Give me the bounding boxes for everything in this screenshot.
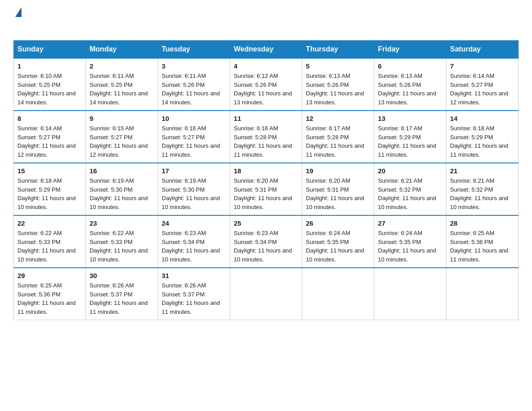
calendar-cell: 11Sunrise: 6:16 AMSunset: 5:28 PMDayligh… <box>230 111 302 163</box>
calendar-cell: 9Sunrise: 6:15 AMSunset: 5:27 PMDaylight… <box>86 111 158 163</box>
day-info: Sunrise: 6:12 AMSunset: 5:26 PMDaylight:… <box>234 72 298 107</box>
day-info: Sunrise: 6:21 AMSunset: 5:32 PMDaylight:… <box>450 176 515 211</box>
day-number: 28 <box>450 219 515 227</box>
week-row-4: 22Sunrise: 6:22 AMSunset: 5:33 PMDayligh… <box>14 215 519 268</box>
calendar-cell: 27Sunrise: 6:24 AMSunset: 5:35 PMDayligh… <box>374 215 446 268</box>
day-number: 14 <box>450 115 515 122</box>
day-number: 26 <box>306 219 370 227</box>
calendar-cell: 5Sunrise: 6:13 AMSunset: 5:26 PMDaylight… <box>302 58 374 111</box>
calendar-cell: 31Sunrise: 6:26 AMSunset: 5:37 PMDayligh… <box>158 268 230 320</box>
calendar-cell: 7Sunrise: 6:14 AMSunset: 5:27 PMDaylight… <box>446 58 519 111</box>
calendar-cell: 10Sunrise: 6:16 AMSunset: 5:27 PMDayligh… <box>158 111 230 163</box>
calendar-cell: 17Sunrise: 6:19 AMSunset: 5:30 PMDayligh… <box>158 163 230 215</box>
calendar-cell: 23Sunrise: 6:22 AMSunset: 5:33 PMDayligh… <box>86 215 158 268</box>
week-row-3: 15Sunrise: 6:18 AMSunset: 5:29 PMDayligh… <box>14 163 519 215</box>
calendar-cell: 29Sunrise: 6:25 AMSunset: 5:36 PMDayligh… <box>14 268 86 320</box>
day-number: 10 <box>162 115 226 122</box>
day-number: 22 <box>17 219 82 227</box>
day-info: Sunrise: 6:20 AMSunset: 5:31 PMDaylight:… <box>306 176 370 211</box>
day-info: Sunrise: 6:13 AMSunset: 5:26 PMDaylight:… <box>306 72 370 107</box>
day-number: 25 <box>234 219 298 227</box>
calendar-table: SundayMondayTuesdayWednesdayThursdayFrid… <box>13 40 519 320</box>
day-number: 31 <box>162 272 226 279</box>
logo-blue-row <box>13 17 14 31</box>
header-saturday: Saturday <box>446 41 519 59</box>
day-info: Sunrise: 6:15 AMSunset: 5:27 PMDaylight:… <box>90 124 154 159</box>
calendar-cell: 21Sunrise: 6:21 AMSunset: 5:32 PMDayligh… <box>446 163 519 215</box>
day-number: 12 <box>306 115 370 122</box>
day-number: 30 <box>90 272 154 279</box>
day-number: 1 <box>17 62 82 70</box>
logo-row <box>13 9 21 17</box>
day-number: 19 <box>306 167 370 175</box>
day-info: Sunrise: 6:26 AMSunset: 5:37 PMDaylight:… <box>90 281 154 316</box>
day-info: Sunrise: 6:20 AMSunset: 5:31 PMDaylight:… <box>234 176 298 211</box>
calendar-header-row: SundayMondayTuesdayWednesdayThursdayFrid… <box>14 41 519 59</box>
calendar-cell: 1Sunrise: 6:10 AMSunset: 5:25 PMDaylight… <box>14 58 86 111</box>
day-info: Sunrise: 6:14 AMSunset: 5:27 PMDaylight:… <box>17 124 82 159</box>
day-number: 13 <box>378 115 442 122</box>
day-number: 6 <box>378 62 442 70</box>
calendar-cell: 19Sunrise: 6:20 AMSunset: 5:31 PMDayligh… <box>302 163 374 215</box>
calendar-cell <box>374 268 446 320</box>
calendar-cell: 18Sunrise: 6:20 AMSunset: 5:31 PMDayligh… <box>230 163 302 215</box>
day-info: Sunrise: 6:21 AMSunset: 5:32 PMDaylight:… <box>378 176 442 211</box>
day-number: 23 <box>90 219 154 227</box>
day-info: Sunrise: 6:16 AMSunset: 5:27 PMDaylight:… <box>162 124 226 159</box>
calendar-cell: 16Sunrise: 6:19 AMSunset: 5:30 PMDayligh… <box>86 163 158 215</box>
day-info: Sunrise: 6:22 AMSunset: 5:33 PMDaylight:… <box>90 229 154 264</box>
calendar-cell: 22Sunrise: 6:22 AMSunset: 5:33 PMDayligh… <box>14 215 86 268</box>
day-number: 17 <box>162 167 226 175</box>
day-info: Sunrise: 6:25 AMSunset: 5:36 PMDaylight:… <box>450 229 515 264</box>
day-info: Sunrise: 6:22 AMSunset: 5:33 PMDaylight:… <box>17 229 82 264</box>
day-info: Sunrise: 6:24 AMSunset: 5:35 PMDaylight:… <box>378 229 442 264</box>
day-number: 4 <box>234 62 298 70</box>
day-info: Sunrise: 6:17 AMSunset: 5:29 PMDaylight:… <box>378 124 442 159</box>
day-info: Sunrise: 6:18 AMSunset: 5:29 PMDaylight:… <box>17 176 82 211</box>
day-info: Sunrise: 6:13 AMSunset: 5:26 PMDaylight:… <box>378 72 442 107</box>
day-number: 15 <box>17 167 82 175</box>
header-friday: Friday <box>374 41 446 59</box>
day-number: 27 <box>378 219 442 227</box>
day-number: 8 <box>17 115 82 122</box>
header-wednesday: Wednesday <box>230 41 302 59</box>
week-row-1: 1Sunrise: 6:10 AMSunset: 5:25 PMDaylight… <box>14 58 519 111</box>
calendar-cell: 4Sunrise: 6:12 AMSunset: 5:26 PMDaylight… <box>230 58 302 111</box>
calendar-cell: 24Sunrise: 6:23 AMSunset: 5:34 PMDayligh… <box>158 215 230 268</box>
day-info: Sunrise: 6:18 AMSunset: 5:29 PMDaylight:… <box>450 124 515 159</box>
day-info: Sunrise: 6:26 AMSunset: 5:37 PMDaylight:… <box>162 281 226 316</box>
day-number: 24 <box>162 219 226 227</box>
day-info: Sunrise: 6:14 AMSunset: 5:27 PMDaylight:… <box>450 72 515 107</box>
calendar-cell: 30Sunrise: 6:26 AMSunset: 5:37 PMDayligh… <box>86 268 158 320</box>
calendar-cell: 6Sunrise: 6:13 AMSunset: 5:26 PMDaylight… <box>374 58 446 111</box>
day-info: Sunrise: 6:19 AMSunset: 5:30 PMDaylight:… <box>162 176 226 211</box>
page-header <box>13 9 519 31</box>
calendar-cell: 25Sunrise: 6:23 AMSunset: 5:34 PMDayligh… <box>230 215 302 268</box>
header-thursday: Thursday <box>302 41 374 59</box>
day-info: Sunrise: 6:11 AMSunset: 5:26 PMDaylight:… <box>162 72 226 107</box>
calendar-cell: 13Sunrise: 6:17 AMSunset: 5:29 PMDayligh… <box>374 111 446 163</box>
calendar-cell <box>446 268 519 320</box>
day-number: 2 <box>90 62 154 70</box>
day-number: 20 <box>378 167 442 175</box>
day-info: Sunrise: 6:10 AMSunset: 5:25 PMDaylight:… <box>17 72 82 107</box>
header-tuesday: Tuesday <box>158 41 230 59</box>
day-info: Sunrise: 6:23 AMSunset: 5:34 PMDaylight:… <box>162 229 226 264</box>
logo <box>13 9 21 31</box>
calendar-cell: 8Sunrise: 6:14 AMSunset: 5:27 PMDaylight… <box>14 111 86 163</box>
calendar-cell <box>302 268 374 320</box>
header-monday: Monday <box>86 41 158 59</box>
week-row-2: 8Sunrise: 6:14 AMSunset: 5:27 PMDaylight… <box>14 111 519 163</box>
day-info: Sunrise: 6:23 AMSunset: 5:34 PMDaylight:… <box>234 229 298 264</box>
day-number: 21 <box>450 167 515 175</box>
day-number: 7 <box>450 62 515 70</box>
day-number: 5 <box>306 62 370 70</box>
calendar-cell: 28Sunrise: 6:25 AMSunset: 5:36 PMDayligh… <box>446 215 519 268</box>
day-number: 29 <box>17 272 82 279</box>
header-sunday: Sunday <box>14 41 86 59</box>
calendar-cell: 14Sunrise: 6:18 AMSunset: 5:29 PMDayligh… <box>446 111 519 163</box>
logo-triangle-icon <box>15 7 21 17</box>
week-row-5: 29Sunrise: 6:25 AMSunset: 5:36 PMDayligh… <box>14 268 519 320</box>
day-number: 18 <box>234 167 298 175</box>
calendar-cell: 3Sunrise: 6:11 AMSunset: 5:26 PMDaylight… <box>158 58 230 111</box>
